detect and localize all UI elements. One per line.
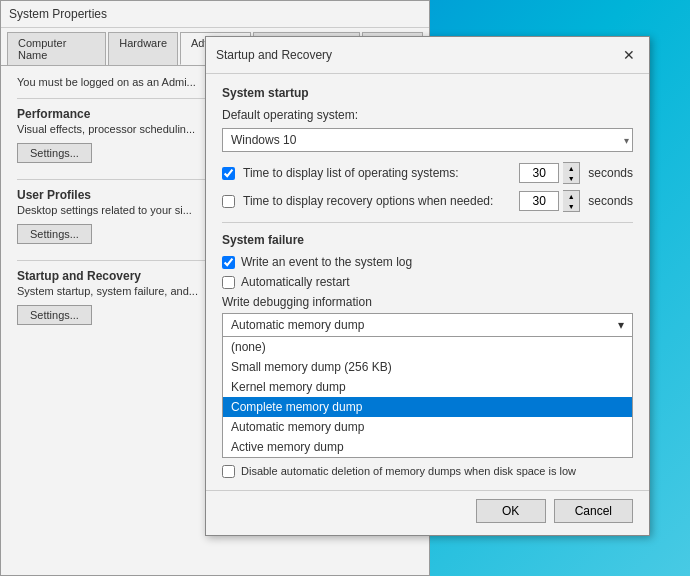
recovery-options-row: Time to display recovery options when ne…: [222, 190, 633, 212]
dialog-titlebar: Startup and Recovery ✕: [206, 37, 649, 74]
time-display-unit: seconds: [588, 166, 633, 180]
option-complete-dump[interactable]: Complete memory dump: [223, 397, 632, 417]
default-os-dropdown-container: Windows 10 ▾: [222, 128, 633, 152]
bg-title: System Properties: [9, 7, 107, 21]
debugging-dropdown-arrow: ▾: [618, 318, 624, 332]
debugging-dropdown-selected[interactable]: Automatic memory dump ▾: [222, 313, 633, 336]
auto-restart-label: Automatically restart: [241, 275, 350, 289]
dialog-close-button[interactable]: ✕: [619, 45, 639, 65]
recovery-checkbox[interactable]: [222, 195, 235, 208]
recovery-spinner: ▲ ▼: [563, 190, 580, 212]
performance-settings-btn[interactable]: Settings...: [17, 143, 92, 163]
system-startup-header: System startup: [222, 86, 633, 100]
bg-titlebar: System Properties: [1, 1, 429, 28]
option-small-dump[interactable]: Small memory dump (256 KB): [223, 357, 632, 377]
debugging-dropdown-list: (none) Small memory dump (256 KB) Kernel…: [222, 336, 633, 458]
recovery-label: Time to display recovery options when ne…: [243, 194, 515, 208]
user-profiles-settings-btn[interactable]: Settings...: [17, 224, 92, 244]
time-display-label: Time to display list of operating system…: [243, 166, 515, 180]
startup-recovery-settings-btn[interactable]: Settings...: [17, 305, 92, 325]
time-display-checkbox[interactable]: [222, 167, 235, 180]
recovery-down-btn[interactable]: ▼: [563, 201, 579, 211]
option-automatic-dump[interactable]: Automatic memory dump: [223, 417, 632, 437]
default-os-label: Default operating system:: [222, 108, 633, 122]
time-display-spinner: ▲ ▼: [563, 162, 580, 184]
disable-deletion-checkbox[interactable]: [222, 465, 235, 478]
dialog-title: Startup and Recovery: [216, 48, 332, 62]
default-os-dropdown[interactable]: Windows 10: [222, 128, 633, 152]
disable-deletion-row: Disable automatic deletion of memory dum…: [222, 464, 633, 478]
tab-computer-name[interactable]: Computer Name: [7, 32, 106, 65]
time-display-value[interactable]: [519, 163, 559, 183]
time-display-row: Time to display list of operating system…: [222, 162, 633, 184]
recovery-unit: seconds: [588, 194, 633, 208]
divider-failure: [222, 222, 633, 223]
ok-button[interactable]: OK: [476, 499, 546, 523]
startup-recovery-dialog: Startup and Recovery ✕ System startup De…: [205, 36, 650, 536]
system-failure-header: System failure: [222, 233, 633, 247]
recovery-up-btn[interactable]: ▲: [563, 191, 579, 201]
dialog-footer: OK Cancel: [206, 490, 649, 535]
dialog-content: System startup Default operating system:…: [206, 74, 649, 490]
debugging-header: Write debugging information: [222, 295, 633, 309]
option-none[interactable]: (none): [223, 337, 632, 357]
auto-restart-checkbox[interactable]: [222, 276, 235, 289]
recovery-value[interactable]: [519, 191, 559, 211]
option-kernel-dump[interactable]: Kernel memory dump: [223, 377, 632, 397]
write-event-checkbox[interactable]: [222, 256, 235, 269]
time-display-down-btn[interactable]: ▼: [563, 173, 579, 183]
disable-deletion-label: Disable automatic deletion of memory dum…: [241, 464, 576, 478]
auto-restart-row: Automatically restart: [222, 275, 633, 289]
debugging-section: Write debugging information Automatic me…: [222, 295, 633, 478]
tab-hardware[interactable]: Hardware: [108, 32, 178, 65]
write-event-label: Write an event to the system log: [241, 255, 412, 269]
time-display-up-btn[interactable]: ▲: [563, 163, 579, 173]
option-active-dump[interactable]: Active memory dump: [223, 437, 632, 457]
debugging-selected-value: Automatic memory dump: [231, 318, 364, 332]
write-event-row: Write an event to the system log: [222, 255, 633, 269]
cancel-button[interactable]: Cancel: [554, 499, 633, 523]
